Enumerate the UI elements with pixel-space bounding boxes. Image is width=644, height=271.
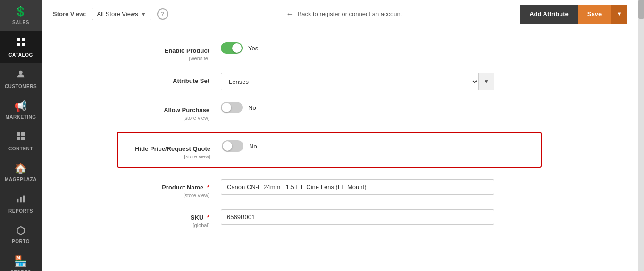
add-attribute-button[interactable]: Add Attribute xyxy=(520,5,578,24)
sidebar: 💲 SALES CATALOG CUSTOMERS 📢 MARKETING xyxy=(0,0,42,271)
hide-price-row: Hide Price/Request Quote [store view] No xyxy=(118,140,533,159)
required-indicator: * xyxy=(207,214,209,221)
chevron-down-icon: ▼ xyxy=(484,78,489,85)
product-name-input[interactable] xyxy=(221,179,494,195)
store-view-select[interactable]: All Store Views ▼ xyxy=(92,8,151,20)
toggle-knob xyxy=(222,103,231,112)
stores-icon: 🏪 xyxy=(14,255,27,268)
toggle-knob xyxy=(223,141,232,151)
sales-icon: 💲 xyxy=(14,6,27,18)
allow-purchase-sublabel: [store view] xyxy=(117,115,209,121)
sku-row: SKU * [global] xyxy=(117,209,542,228)
main-content: Store View: All Store Views ▼ ? ← Back t… xyxy=(42,0,638,271)
attribute-set-dropdown-button[interactable]: ▼ xyxy=(478,73,494,90)
allow-purchase-row: Allow Purchase [store view] No xyxy=(117,102,542,121)
product-name-sublabel: [store view] xyxy=(117,192,209,198)
chevron-down-icon: ▼ xyxy=(616,10,622,17)
reports-icon xyxy=(16,193,26,206)
toggle-track xyxy=(221,102,243,113)
toggle-track xyxy=(221,42,243,54)
attribute-set-select-wrapper[interactable]: Lenses ▼ xyxy=(221,73,494,90)
allow-purchase-value: No xyxy=(248,104,256,111)
scrollbar-track[interactable] xyxy=(638,0,644,271)
sidebar-item-marketing[interactable]: 📢 MARKETING xyxy=(0,95,42,125)
allow-purchase-toggle[interactable] xyxy=(221,102,243,113)
sidebar-item-porto[interactable]: ⬡ PORTO xyxy=(0,219,42,250)
sku-input[interactable] xyxy=(221,209,494,225)
attribute-set-label: Attribute Set xyxy=(173,77,209,84)
customers-icon xyxy=(16,69,26,82)
topbar-left: Store View: All Store Views ▼ ? xyxy=(53,8,168,20)
scrollbar-thumb[interactable] xyxy=(638,0,644,19)
sidebar-item-sales[interactable]: 💲 SALES xyxy=(0,0,42,31)
sidebar-item-reports[interactable]: REPORTS xyxy=(0,188,42,219)
enable-product-row: Enable Product [website] Yes xyxy=(117,42,542,61)
sidebar-item-customers[interactable]: CUSTOMERS xyxy=(0,63,42,95)
required-indicator: * xyxy=(207,184,209,191)
topbar-actions: Add Attribute Save ▼ xyxy=(520,5,627,24)
svg-rect-11 xyxy=(23,196,25,203)
svg-rect-10 xyxy=(20,197,22,202)
product-name-label: Product Name * xyxy=(162,184,209,191)
product-form: Enable Product [website] Yes Attribute S… xyxy=(117,42,542,228)
allow-purchase-label: Allow Purchase xyxy=(164,107,209,114)
content-area: Enable Product [website] Yes Attribute S… xyxy=(42,28,638,271)
svg-rect-0 xyxy=(17,38,20,41)
help-icon[interactable]: ? xyxy=(157,8,168,20)
hide-price-label: Hide Price/Request Quote xyxy=(135,145,210,152)
enable-product-value: Yes xyxy=(248,45,258,52)
back-arrow-icon: ← xyxy=(286,10,293,18)
hide-price-sublabel: [store view] xyxy=(118,154,210,159)
svg-rect-9 xyxy=(17,199,19,202)
svg-rect-7 xyxy=(17,137,20,140)
sku-label: SKU * xyxy=(191,214,209,221)
svg-rect-3 xyxy=(22,43,25,46)
svg-rect-1 xyxy=(22,38,25,41)
svg-rect-6 xyxy=(21,132,25,136)
hide-price-toggle[interactable] xyxy=(222,140,243,152)
svg-point-4 xyxy=(19,71,22,74)
sidebar-item-mageplaza[interactable]: 🏠 MAGEPLAZA xyxy=(0,157,42,188)
back-link[interactable]: ← Back to register or connect an account xyxy=(286,10,402,18)
enable-product-sublabel: [website] xyxy=(117,56,209,61)
hide-price-value: No xyxy=(249,143,257,150)
hide-price-highlighted-section: Hide Price/Request Quote [store view] No xyxy=(117,132,542,168)
sidebar-item-catalog[interactable]: CATALOG xyxy=(0,31,42,63)
enable-product-toggle[interactable] xyxy=(221,42,243,54)
content-icon xyxy=(16,131,26,144)
porto-icon: ⬡ xyxy=(16,225,25,237)
enable-product-label: Enable Product xyxy=(165,47,209,54)
topbar: Store View: All Store Views ▼ ? ← Back t… xyxy=(42,0,638,28)
attribute-set-select[interactable]: Lenses xyxy=(221,74,478,90)
sidebar-item-stores[interactable]: 🏪 STORES xyxy=(0,250,42,271)
sku-sublabel: [global] xyxy=(117,222,209,228)
svg-rect-5 xyxy=(17,132,20,136)
catalog-icon xyxy=(15,36,26,50)
save-dropdown-button[interactable]: ▼ xyxy=(611,5,627,24)
toggle-track xyxy=(222,140,243,152)
chevron-down-icon: ▼ xyxy=(141,11,146,17)
toggle-knob xyxy=(232,43,242,53)
marketing-icon: 📢 xyxy=(14,100,27,113)
store-view-label: Store View: xyxy=(53,10,86,17)
product-name-row: Product Name * [store view] xyxy=(117,179,542,198)
attribute-set-row: Attribute Set Lenses ▼ xyxy=(117,73,542,90)
svg-rect-2 xyxy=(17,43,20,46)
save-button[interactable]: Save xyxy=(578,5,611,24)
sidebar-item-content[interactable]: CONTENT xyxy=(0,125,42,157)
svg-rect-8 xyxy=(21,137,25,140)
mageplaza-icon: 🏠 xyxy=(14,163,27,175)
